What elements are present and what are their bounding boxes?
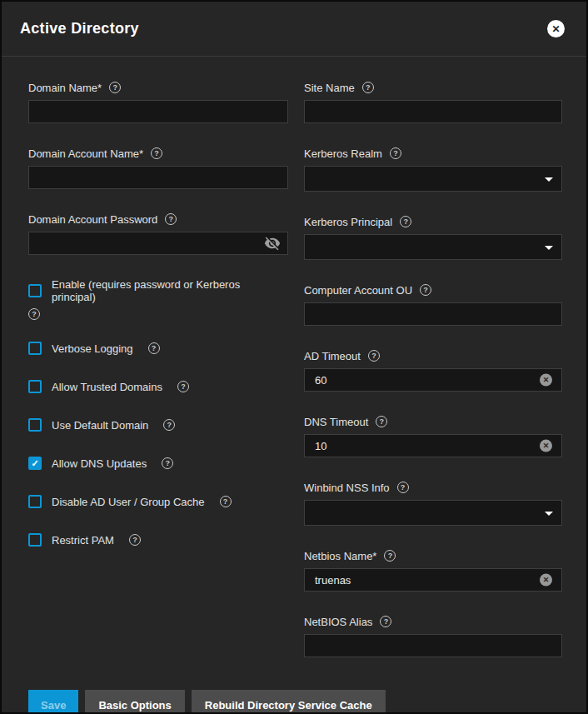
help-icon[interactable]: ? bbox=[220, 496, 232, 507]
domain-account-password-input[interactable] bbox=[29, 232, 287, 254]
domain-name-control bbox=[28, 100, 288, 123]
winbind-nss-info-label: Winbind NSS Info bbox=[304, 482, 390, 494]
checkbox-row-allow-trusted-domains: Allow Trusted Domains? bbox=[28, 380, 288, 393]
domain-account-name-input[interactable] bbox=[29, 167, 287, 188]
basic-options-button[interactable]: Basic Options bbox=[85, 690, 184, 714]
use-default-domain-checkbox[interactable] bbox=[28, 418, 42, 432]
field-netbios-name: Netbios Name*?✕ bbox=[304, 549, 562, 592]
allow-dns-updates-label: Allow DNS Updates bbox=[52, 457, 147, 470]
help-icon[interactable]: ? bbox=[163, 419, 175, 431]
clear-icon[interactable]: ✕ bbox=[540, 440, 555, 452]
kerberos-principal-select[interactable] bbox=[304, 234, 562, 260]
close-icon[interactable]: ✕ bbox=[547, 20, 565, 37]
site-name-input[interactable] bbox=[305, 101, 561, 122]
disable-ad-user-group-cache-label: Disable AD User / Group Cache bbox=[52, 496, 205, 508]
ad-timeout-input[interactable] bbox=[305, 369, 561, 391]
checkbox-row-enable: Enable (requires password or Kerberos pr… bbox=[28, 278, 288, 303]
clear-icon-glyph: ✕ bbox=[540, 374, 552, 387]
help-icon[interactable]: ? bbox=[368, 350, 380, 362]
chevron-down-icon bbox=[545, 512, 553, 516]
dns-timeout-control: ✕ bbox=[304, 434, 562, 457]
form-column-right: Site Name?Kerberos Realm?Kerberos Princi… bbox=[304, 81, 562, 681]
dns-timeout-label: DNS Timeout bbox=[304, 416, 368, 428]
site-name-control bbox=[304, 100, 562, 123]
checkbox-row-restrict-pam: Restrict PAM? bbox=[28, 533, 288, 547]
field-computer-account-ou: Computer Account OU? bbox=[304, 283, 562, 326]
kerberos-realm-label-row: Kerberos Realm? bbox=[304, 147, 562, 160]
field-netbios-alias: NetBIOS Alias? bbox=[304, 615, 562, 657]
enable-checkbox[interactable] bbox=[28, 284, 42, 297]
netbios-alias-label-row: NetBIOS Alias? bbox=[304, 615, 562, 628]
netbios-alias-input[interactable] bbox=[305, 635, 561, 657]
restrict-pam-checkbox[interactable] bbox=[28, 533, 42, 547]
enable-help-line: ? bbox=[28, 307, 288, 321]
help-icon[interactable]: ? bbox=[162, 457, 173, 469]
ad-timeout-label: AD Timeout bbox=[304, 350, 361, 362]
checkbox-row-disable-ad-user-group-cache: Disable AD User / Group Cache? bbox=[28, 495, 288, 508]
winbind-nss-info-select[interactable] bbox=[304, 500, 562, 526]
ad-timeout-control: ✕ bbox=[304, 368, 562, 392]
allow-trusted-domains-checkbox[interactable] bbox=[28, 380, 42, 393]
help-icon[interactable]: ? bbox=[397, 482, 409, 493]
kerberos-realm-label: Kerberos Realm bbox=[304, 147, 382, 160]
computer-account-ou-input[interactable] bbox=[305, 303, 561, 325]
help-icon[interactable]: ? bbox=[362, 82, 374, 93]
computer-account-ou-control bbox=[304, 302, 562, 326]
help-icon[interactable]: ? bbox=[177, 381, 189, 392]
dialog-header: Active Directory ✕ bbox=[2, 2, 586, 57]
help-icon[interactable]: ? bbox=[420, 284, 431, 296]
form-content: Domain Name*?Domain Account Name*?Domain… bbox=[2, 57, 586, 681]
help-icon[interactable]: ? bbox=[148, 342, 160, 354]
netbios-name-label: Netbios Name* bbox=[304, 550, 376, 562]
allow-dns-updates-checkbox[interactable]: ✓ bbox=[28, 457, 42, 470]
field-dns-timeout: DNS Timeout?✕ bbox=[304, 415, 562, 457]
netbios-name-label-row: Netbios Name*? bbox=[304, 549, 562, 562]
kerberos-principal-label: Kerberos Principal bbox=[304, 216, 392, 228]
page-title: Active Directory bbox=[20, 20, 139, 37]
chevron-down-icon bbox=[545, 246, 553, 250]
help-icon[interactable]: ? bbox=[165, 213, 177, 225]
ad-timeout-label-row: AD Timeout? bbox=[304, 349, 562, 362]
domain-name-input[interactable] bbox=[29, 101, 287, 122]
help-icon[interactable]: ? bbox=[151, 147, 162, 159]
field-ad-timeout: AD Timeout?✕ bbox=[304, 349, 562, 392]
clear-icon[interactable]: ✕ bbox=[540, 374, 555, 387]
dns-timeout-label-row: DNS Timeout? bbox=[304, 415, 562, 428]
domain-name-label: Domain Name* bbox=[28, 82, 102, 94]
domain-account-name-control bbox=[28, 166, 288, 189]
help-icon[interactable]: ? bbox=[400, 216, 411, 227]
winbind-nss-info-label-row: Winbind NSS Info? bbox=[304, 481, 562, 494]
clear-icon-glyph: ✕ bbox=[540, 440, 552, 452]
field-domain-name: Domain Name*? bbox=[28, 81, 288, 123]
help-icon[interactable]: ? bbox=[129, 534, 141, 546]
verbose-logging-checkbox[interactable] bbox=[28, 342, 42, 355]
netbios-alias-control bbox=[304, 634, 562, 657]
help-icon[interactable]: ? bbox=[109, 82, 121, 93]
domain-name-label-row: Domain Name*? bbox=[28, 81, 288, 94]
help-icon[interactable]: ? bbox=[390, 147, 401, 159]
kerberos-realm-select[interactable] bbox=[304, 166, 562, 192]
dns-timeout-input[interactable] bbox=[305, 435, 561, 457]
help-icon[interactable]: ? bbox=[28, 308, 40, 320]
site-name-label-row: Site Name? bbox=[304, 81, 562, 94]
visibility-off-icon[interactable] bbox=[264, 235, 281, 252]
help-icon[interactable]: ? bbox=[376, 416, 387, 427]
rebuild-directory-service-cache-button[interactable]: Rebuild Directory Service Cache bbox=[192, 690, 386, 714]
help-icon[interactable]: ? bbox=[380, 616, 391, 627]
allow-trusted-domains-label: Allow Trusted Domains bbox=[52, 381, 162, 393]
computer-account-ou-label-row: Computer Account OU? bbox=[304, 283, 562, 297]
field-site-name: Site Name? bbox=[304, 81, 562, 123]
verbose-logging-label: Verbose Logging bbox=[52, 342, 133, 355]
domain-account-password-label: Domain Account Password bbox=[28, 213, 157, 226]
domain-account-password-label-row: Domain Account Password? bbox=[28, 212, 288, 226]
netbios-name-input[interactable] bbox=[305, 569, 561, 591]
save-button[interactable]: Save bbox=[28, 690, 78, 714]
computer-account-ou-label: Computer Account OU bbox=[304, 284, 412, 297]
field-domain-account-password: Domain Account Password? bbox=[28, 212, 288, 255]
field-winbind-nss-info: Winbind NSS Info? bbox=[304, 481, 562, 526]
clear-icon[interactable]: ✕ bbox=[540, 574, 555, 587]
kerberos-principal-label-row: Kerberos Principal? bbox=[304, 215, 562, 228]
disable-ad-user-group-cache-checkbox[interactable] bbox=[28, 495, 42, 508]
help-icon[interactable]: ? bbox=[384, 550, 396, 562]
active-directory-dialog: Active Directory ✕ Domain Name*?Domain A… bbox=[0, 0, 588, 714]
